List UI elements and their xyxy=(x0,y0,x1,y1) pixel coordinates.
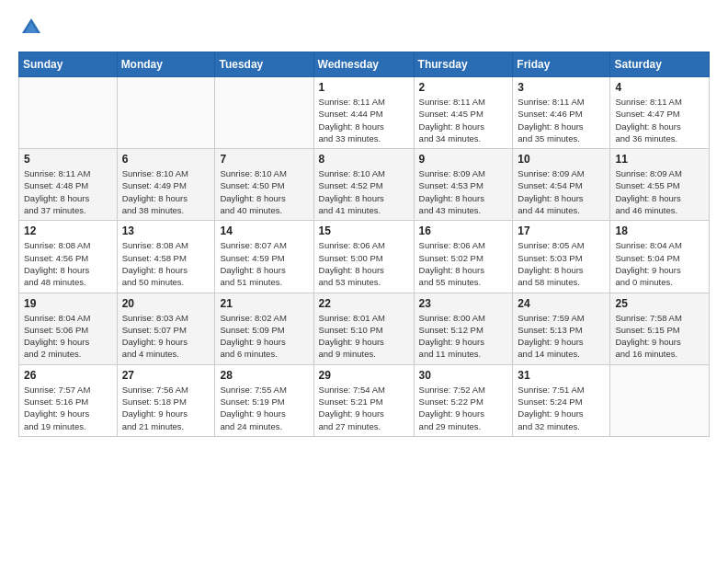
logo xyxy=(18,15,48,40)
day-number: 25 xyxy=(615,297,704,310)
day-number: 26 xyxy=(24,369,112,382)
calendar-cell: 7Sunrise: 8:10 AM Sunset: 4:50 PM Daylig… xyxy=(215,149,313,221)
day-number: 2 xyxy=(419,81,508,94)
day-info: Sunrise: 7:57 AM Sunset: 5:16 PM Dayligh… xyxy=(24,384,112,432)
day-info: Sunrise: 8:11 AM Sunset: 4:45 PM Dayligh… xyxy=(419,96,508,144)
calendar-cell: 30Sunrise: 7:52 AM Sunset: 5:22 PM Dayli… xyxy=(414,364,513,436)
day-info: Sunrise: 8:02 AM Sunset: 5:09 PM Dayligh… xyxy=(220,312,308,361)
day-number: 10 xyxy=(518,153,605,166)
calendar-cell xyxy=(19,77,118,149)
calendar-cell: 14Sunrise: 8:07 AM Sunset: 4:59 PM Dayli… xyxy=(215,221,313,293)
calendar-cell: 8Sunrise: 8:10 AM Sunset: 4:52 PM Daylig… xyxy=(313,149,414,221)
week-row-1: 1Sunrise: 8:11 AM Sunset: 4:44 PM Daylig… xyxy=(19,77,710,149)
day-info: Sunrise: 7:51 AM Sunset: 5:24 PM Dayligh… xyxy=(518,384,605,432)
calendar-cell: 2Sunrise: 8:11 AM Sunset: 4:45 PM Daylig… xyxy=(414,77,513,149)
day-number: 30 xyxy=(419,369,508,382)
day-info: Sunrise: 8:06 AM Sunset: 5:00 PM Dayligh… xyxy=(319,239,409,288)
logo-icon xyxy=(18,15,44,40)
day-info: Sunrise: 8:08 AM Sunset: 4:56 PM Dayligh… xyxy=(24,239,112,288)
calendar-cell: 4Sunrise: 8:11 AM Sunset: 4:47 PM Daylig… xyxy=(610,77,710,149)
day-info: Sunrise: 8:00 AM Sunset: 5:12 PM Dayligh… xyxy=(419,312,508,361)
day-info: Sunrise: 8:08 AM Sunset: 4:58 PM Dayligh… xyxy=(122,239,210,288)
calendar-cell: 15Sunrise: 8:06 AM Sunset: 5:00 PM Dayli… xyxy=(313,221,414,293)
calendar-cell: 10Sunrise: 8:09 AM Sunset: 4:54 PM Dayli… xyxy=(513,149,610,221)
day-info: Sunrise: 7:54 AM Sunset: 5:21 PM Dayligh… xyxy=(319,384,409,432)
day-info: Sunrise: 7:56 AM Sunset: 5:18 PM Dayligh… xyxy=(122,384,210,432)
day-info: Sunrise: 8:11 AM Sunset: 4:47 PM Dayligh… xyxy=(615,96,704,144)
day-info: Sunrise: 8:10 AM Sunset: 4:49 PM Dayligh… xyxy=(122,167,210,216)
day-number: 3 xyxy=(518,81,605,94)
calendar-cell: 25Sunrise: 7:58 AM Sunset: 5:15 PM Dayli… xyxy=(610,293,710,364)
calendar-cell: 22Sunrise: 8:01 AM Sunset: 5:10 PM Dayli… xyxy=(313,293,414,364)
calendar-cell: 1Sunrise: 8:11 AM Sunset: 4:44 PM Daylig… xyxy=(313,77,414,149)
week-row-3: 12Sunrise: 8:08 AM Sunset: 4:56 PM Dayli… xyxy=(19,221,710,293)
day-number: 17 xyxy=(518,224,605,237)
day-number: 24 xyxy=(518,297,605,310)
calendar-cell: 28Sunrise: 7:55 AM Sunset: 5:19 PM Dayli… xyxy=(215,364,313,436)
calendar-cell xyxy=(117,77,215,149)
weekday-header-wednesday: Wednesday xyxy=(313,52,414,77)
day-info: Sunrise: 8:10 AM Sunset: 4:52 PM Dayligh… xyxy=(319,167,409,216)
calendar-cell: 5Sunrise: 8:11 AM Sunset: 4:48 PM Daylig… xyxy=(19,149,118,221)
calendar-cell: 19Sunrise: 8:04 AM Sunset: 5:06 PM Dayli… xyxy=(19,293,118,364)
day-number: 19 xyxy=(24,297,112,310)
day-info: Sunrise: 7:59 AM Sunset: 5:13 PM Dayligh… xyxy=(518,312,605,361)
day-number: 20 xyxy=(122,297,210,310)
calendar-cell: 29Sunrise: 7:54 AM Sunset: 5:21 PM Dayli… xyxy=(313,364,414,436)
day-number: 28 xyxy=(220,369,308,382)
weekday-header-sunday: Sunday xyxy=(19,52,118,77)
day-number: 8 xyxy=(319,153,409,166)
day-info: Sunrise: 8:11 AM Sunset: 4:48 PM Dayligh… xyxy=(24,167,112,216)
calendar-cell: 23Sunrise: 8:00 AM Sunset: 5:12 PM Dayli… xyxy=(414,293,513,364)
calendar-cell: 26Sunrise: 7:57 AM Sunset: 5:16 PM Dayli… xyxy=(19,364,118,436)
day-info: Sunrise: 8:04 AM Sunset: 5:06 PM Dayligh… xyxy=(24,312,112,361)
header xyxy=(18,15,710,40)
calendar-cell: 16Sunrise: 8:06 AM Sunset: 5:02 PM Dayli… xyxy=(414,221,513,293)
day-info: Sunrise: 7:55 AM Sunset: 5:19 PM Dayligh… xyxy=(220,384,308,432)
day-info: Sunrise: 8:09 AM Sunset: 4:55 PM Dayligh… xyxy=(615,167,704,216)
day-info: Sunrise: 7:58 AM Sunset: 5:15 PM Dayligh… xyxy=(615,312,704,361)
day-info: Sunrise: 8:01 AM Sunset: 5:10 PM Dayligh… xyxy=(319,312,409,361)
day-number: 16 xyxy=(419,224,508,237)
calendar-cell: 13Sunrise: 8:08 AM Sunset: 4:58 PM Dayli… xyxy=(117,221,215,293)
day-number: 27 xyxy=(122,369,210,382)
calendar-cell xyxy=(610,364,710,436)
calendar-cell: 27Sunrise: 7:56 AM Sunset: 5:18 PM Dayli… xyxy=(117,364,215,436)
day-number: 29 xyxy=(319,369,409,382)
day-number: 6 xyxy=(122,153,210,166)
calendar-cell: 9Sunrise: 8:09 AM Sunset: 4:53 PM Daylig… xyxy=(414,149,513,221)
day-number: 23 xyxy=(419,297,508,310)
calendar-cell: 3Sunrise: 8:11 AM Sunset: 4:46 PM Daylig… xyxy=(513,77,610,149)
day-info: Sunrise: 8:05 AM Sunset: 5:03 PM Dayligh… xyxy=(518,239,605,288)
day-number: 9 xyxy=(419,153,508,166)
day-number: 13 xyxy=(122,224,210,237)
day-info: Sunrise: 8:09 AM Sunset: 4:54 PM Dayligh… xyxy=(518,167,605,216)
week-row-2: 5Sunrise: 8:11 AM Sunset: 4:48 PM Daylig… xyxy=(19,149,710,221)
calendar-cell: 21Sunrise: 8:02 AM Sunset: 5:09 PM Dayli… xyxy=(215,293,313,364)
day-info: Sunrise: 8:09 AM Sunset: 4:53 PM Dayligh… xyxy=(419,167,508,216)
calendar-cell: 18Sunrise: 8:04 AM Sunset: 5:04 PM Dayli… xyxy=(610,221,710,293)
calendar-cell: 17Sunrise: 8:05 AM Sunset: 5:03 PM Dayli… xyxy=(513,221,610,293)
day-number: 21 xyxy=(220,297,308,310)
weekday-header-thursday: Thursday xyxy=(414,52,513,77)
weekday-header-tuesday: Tuesday xyxy=(215,52,313,77)
day-number: 15 xyxy=(319,224,409,237)
day-number: 12 xyxy=(24,224,112,237)
day-info: Sunrise: 8:04 AM Sunset: 5:04 PM Dayligh… xyxy=(615,239,704,288)
day-number: 5 xyxy=(24,153,112,166)
weekday-header-row: SundayMondayTuesdayWednesdayThursdayFrid… xyxy=(19,52,710,77)
weekday-header-monday: Monday xyxy=(117,52,215,77)
weekday-header-saturday: Saturday xyxy=(610,52,710,77)
day-number: 11 xyxy=(615,153,704,166)
day-info: Sunrise: 8:06 AM Sunset: 5:02 PM Dayligh… xyxy=(419,239,508,288)
day-number: 22 xyxy=(319,297,409,310)
page: SundayMondayTuesdayWednesdayThursdayFrid… xyxy=(0,0,728,563)
day-number: 7 xyxy=(220,153,308,166)
day-number: 31 xyxy=(518,369,605,382)
calendar-cell: 24Sunrise: 7:59 AM Sunset: 5:13 PM Dayli… xyxy=(513,293,610,364)
day-info: Sunrise: 8:10 AM Sunset: 4:50 PM Dayligh… xyxy=(220,167,308,216)
day-info: Sunrise: 8:11 AM Sunset: 4:46 PM Dayligh… xyxy=(518,96,605,144)
calendar-cell: 20Sunrise: 8:03 AM Sunset: 5:07 PM Dayli… xyxy=(117,293,215,364)
weekday-header-friday: Friday xyxy=(513,52,610,77)
day-info: Sunrise: 8:03 AM Sunset: 5:07 PM Dayligh… xyxy=(122,312,210,361)
